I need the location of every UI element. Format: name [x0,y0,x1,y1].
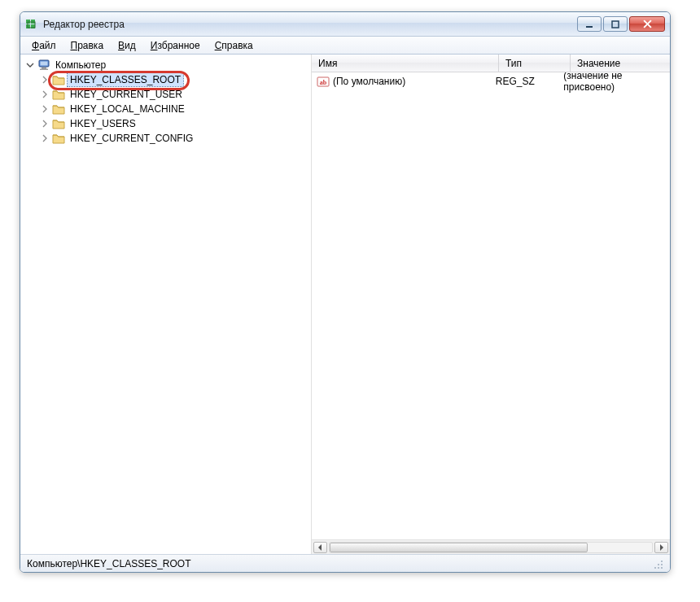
column-header-value[interactable]: Значение [571,55,670,72]
folder-icon [52,88,65,101]
menu-edit[interactable]: Правка [64,38,111,53]
svg-rect-5 [586,26,593,28]
split-panes: Компьютер HKEY_CLASSES_ROOT HKEY_CURRENT… [20,55,670,554]
expand-icon[interactable] [40,75,50,85]
tree-node-label: HKEY_USERS [68,117,138,130]
svg-rect-9 [42,68,46,69]
scroll-right-button[interactable] [654,542,668,553]
tree-node-label: HKEY_CLASSES_ROOT [68,73,183,86]
expand-icon[interactable] [40,104,50,114]
status-bar: Компьютер\HKEY_CLASSES_ROOT [20,554,670,572]
expand-icon[interactable] [40,133,50,143]
column-header-name[interactable]: Имя [312,55,499,72]
string-value-icon: ab [317,75,330,88]
tree-node-hive[interactable]: HKEY_CURRENT_CONFIG [40,131,311,146]
client-area: Компьютер HKEY_CLASSES_ROOT HKEY_CURRENT… [20,55,670,572]
scroll-left-button[interactable] [313,542,327,553]
app-icon [25,18,38,31]
tree-node-hive[interactable]: HKEY_LOCAL_MACHINE [40,102,311,116]
svg-rect-8 [41,62,48,66]
computer-icon [37,59,50,72]
horizontal-scrollbar[interactable] [312,539,670,554]
value-type: REG_SZ [489,76,558,87]
menu-favorites[interactable]: Избранное [144,38,207,53]
tree-node-label: HKEY_LOCAL_MACHINE [68,103,187,116]
tree-node-computer[interactable]: Компьютер [25,58,311,72]
folder-icon [52,103,65,116]
resize-grip-icon[interactable] [652,558,663,569]
value-name: (По умолчанию) [333,76,405,87]
tree-node-label: Компьютер [53,59,108,72]
status-path: Компьютер\HKEY_CLASSES_ROOT [27,558,191,569]
registry-editor-window: Редактор реестра Файл Правка Вид Избранн… [20,11,671,573]
folder-icon [52,132,65,145]
menu-file[interactable]: Файл [25,38,63,53]
folder-icon [52,117,65,130]
folder-icon [52,73,65,86]
menu-view[interactable]: Вид [112,38,142,53]
value-data: (значение не присвоено) [557,72,670,93]
tree-node-label: HKEY_CURRENT_USER [68,88,185,101]
maximize-button[interactable] [603,16,628,32]
close-button[interactable] [629,16,665,32]
list-header: Имя Тип Значение [312,55,670,72]
scroll-thumb[interactable] [330,543,588,552]
svg-text:ab: ab [320,79,327,86]
svg-rect-10 [40,69,48,71]
column-header-type[interactable]: Тип [499,55,571,72]
window-controls [577,16,665,32]
menu-bar: Файл Правка Вид Избранное Справка [20,37,670,55]
tree-node-label: HKEY_CURRENT_CONFIG [68,132,195,145]
menu-help[interactable]: Справка [208,38,260,53]
expand-icon[interactable] [40,89,50,99]
tree-node-hive[interactable]: HKEY_CURRENT_USER [40,87,311,102]
list-pane: Имя Тип Значение ab (По умолчанию)REG_SZ… [312,55,670,554]
list-body[interactable]: ab (По умолчанию)REG_SZ(значение не прис… [312,72,670,539]
tree-node-hive[interactable]: HKEY_CLASSES_ROOT [40,72,311,87]
tree-pane[interactable]: Компьютер HKEY_CLASSES_ROOT HKEY_CURRENT… [20,55,312,554]
minimize-button[interactable] [577,16,602,32]
window-title: Редактор реестра [43,19,577,30]
svg-rect-6 [612,21,619,28]
tree-node-hive[interactable]: HKEY_USERS [40,116,311,131]
list-row[interactable]: ab (По умолчанию)REG_SZ(значение не прис… [312,74,670,89]
scroll-track[interactable] [329,542,653,553]
expand-icon[interactable] [40,119,50,129]
title-bar[interactable]: Редактор реестра [20,12,670,37]
collapse-icon[interactable] [25,60,35,70]
